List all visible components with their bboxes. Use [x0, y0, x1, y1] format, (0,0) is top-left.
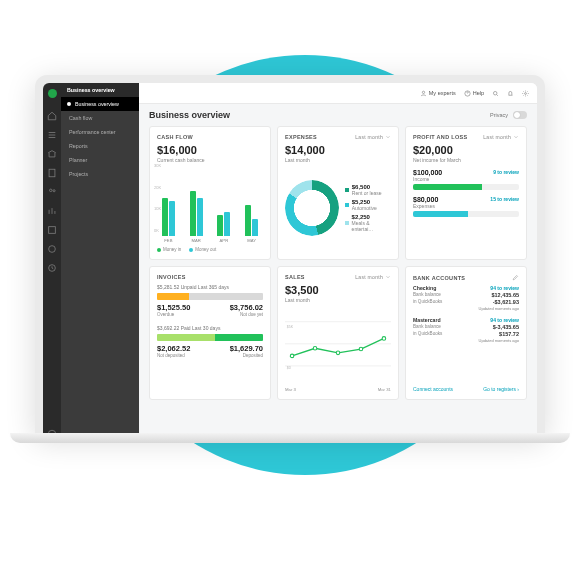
svg-point-17	[313, 347, 317, 351]
search-icon[interactable]	[492, 90, 499, 97]
my-experts-link[interactable]: My experts	[420, 90, 456, 97]
svg-point-7	[422, 91, 424, 93]
bank-account[interactable]: Checking94 to reviewBank balance$12,435.…	[413, 285, 519, 311]
pl-period-select[interactable]: Last month	[483, 134, 519, 140]
cashflow-chart: 30K20K10K0K FEBMARAPRMAY	[157, 163, 263, 245]
pl-income-row: $100,000Income9 to review	[413, 169, 519, 190]
go-registers-link[interactable]: Go to registers ›	[483, 386, 519, 392]
pl-income-review[interactable]: 9 to review	[493, 169, 519, 182]
report-icon[interactable]	[47, 202, 57, 212]
clock-icon[interactable]	[47, 259, 57, 269]
svg-rect-0	[49, 169, 55, 177]
bell-icon[interactable]	[507, 90, 514, 97]
receipt-icon[interactable]	[47, 164, 57, 174]
app-logo-icon[interactable]	[48, 89, 57, 98]
toggle-icon	[513, 111, 527, 119]
legend-money-in: Money in	[157, 247, 181, 252]
svg-point-16	[290, 354, 294, 358]
chevron-down-icon	[513, 134, 519, 140]
sidebar-active-label: Business overview	[75, 101, 119, 107]
card-expenses: EXPENSES Last month $14,000 Last month $…	[277, 126, 399, 260]
svg-point-9	[493, 91, 497, 95]
help-link[interactable]: Help	[464, 90, 484, 97]
svg-point-1	[50, 189, 53, 192]
sidebar-item-planner[interactable]: Planner	[61, 153, 139, 167]
bank-account[interactable]: Mastercard94 to reviewBank balance$-3,43…	[413, 317, 519, 343]
icon-rail	[43, 83, 61, 435]
page-title: Business overview	[149, 110, 230, 120]
pl-title: PROFIT AND LOSS	[413, 134, 467, 140]
sales-amount: $3,500	[285, 284, 391, 296]
cashflow-title: CASH FLOW	[157, 134, 193, 140]
sidebar-item-reports[interactable]: Reports	[61, 139, 139, 153]
pl-amount: $20,000	[413, 144, 519, 156]
card-cashflow: CASH FLOW $16,000 Current cash balance 3…	[149, 126, 271, 260]
svg-point-10	[525, 92, 527, 94]
card-invoices: INVOICES $5,281.52 Unpaid Last 365 days …	[149, 266, 271, 400]
cashflow-amount: $16,000	[157, 144, 263, 156]
people-icon[interactable]	[47, 183, 57, 193]
main: My experts Help Business overview Privac…	[139, 83, 537, 435]
expenses-period-select[interactable]: Last month	[355, 134, 391, 140]
sidebar-item-projects[interactable]: Projects	[61, 167, 139, 181]
invoices-unpaid: $5,281.52 Unpaid Last 365 days $1,525.50…	[157, 284, 263, 317]
pl-expense-row: $80,000Expenses15 to review	[413, 196, 519, 217]
expenses-list: $6,500Rent or lease$5,250Automotive$2,25…	[345, 184, 391, 232]
card-bank: BANK ACCOUNTS Checking94 to reviewBank b…	[405, 266, 527, 400]
expenses-amount: $14,000	[285, 144, 391, 156]
pl-sub: Net income for March	[413, 157, 519, 163]
chevron-down-icon	[385, 134, 391, 140]
sales-chart: $5K$0	[285, 307, 391, 385]
sales-title: SALES	[285, 274, 305, 280]
expenses-donut	[285, 180, 339, 236]
tax-icon[interactable]	[47, 221, 57, 231]
sales-sub: Last month	[285, 297, 391, 303]
privacy-label: Privacy	[490, 112, 508, 118]
home-icon[interactable]	[47, 107, 57, 117]
svg-point-19	[359, 347, 363, 351]
svg-text:$0: $0	[287, 366, 291, 370]
sidebar-header[interactable]: Business overview	[61, 83, 139, 97]
svg-point-2	[53, 190, 55, 192]
legend-money-out: Money out	[189, 247, 216, 252]
sidebar-item-performance[interactable]: Performance center	[61, 125, 139, 139]
topbar: My experts Help	[139, 83, 537, 104]
svg-rect-3	[49, 227, 56, 234]
sidebar: Business overview Business overview Cash…	[61, 83, 139, 435]
privacy-toggle[interactable]: Privacy	[490, 111, 527, 119]
sidebar-item-cashflow[interactable]: Cash flow	[61, 111, 139, 125]
sales-period-select[interactable]: Last month	[355, 274, 391, 280]
chevron-down-icon	[385, 274, 391, 280]
bank-icon[interactable]	[47, 145, 57, 155]
pencil-icon[interactable]	[512, 274, 519, 281]
person-icon	[420, 90, 427, 97]
experts-label: My experts	[429, 90, 456, 96]
help-label: Help	[473, 90, 484, 96]
card-profitloss: PROFIT AND LOSS Last month $20,000 Net i…	[405, 126, 527, 260]
svg-point-18	[336, 351, 340, 355]
help-circle-icon	[464, 90, 471, 97]
laptop-base	[10, 433, 570, 443]
invoices-paid: $3,692.22 Paid Last 30 days $2,062.52Not…	[157, 325, 263, 358]
connect-accounts-link[interactable]: Connect accounts	[413, 386, 453, 392]
card-sales: SALES Last month $3,500 Last month $5K$0…	[277, 266, 399, 400]
app-title: Business overview	[67, 87, 115, 93]
svg-point-20	[382, 337, 386, 341]
invoices-title: INVOICES	[157, 274, 186, 280]
svg-point-4	[49, 246, 56, 253]
gear-icon[interactable]	[522, 90, 529, 97]
pl-expense-review[interactable]: 15 to review	[490, 196, 519, 209]
expenses-title: EXPENSES	[285, 134, 317, 140]
menu-icon[interactable]	[47, 126, 57, 136]
bank-title: BANK ACCOUNTS	[413, 275, 465, 281]
money-icon[interactable]	[47, 240, 57, 250]
svg-text:$5K: $5K	[287, 325, 294, 329]
sidebar-item-business-overview[interactable]: Business overview	[61, 97, 139, 111]
